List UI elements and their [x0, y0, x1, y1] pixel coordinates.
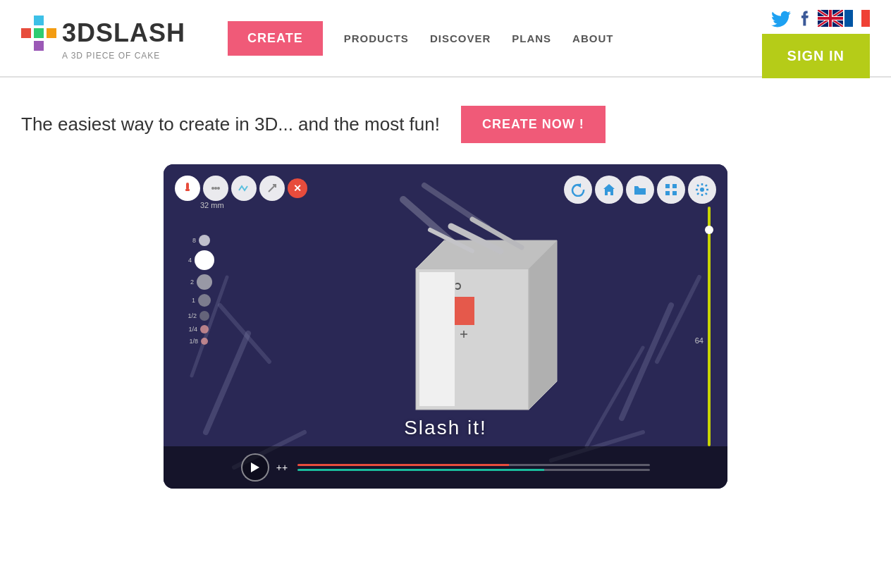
- size-dot-2[interactable]: [197, 274, 212, 290]
- slash-it-text: Slash it!: [404, 417, 487, 439]
- svg-line-12: [622, 305, 671, 418]
- size-dot-4[interactable]: [195, 250, 214, 270]
- svg-rect-1: [34, 16, 44, 25]
- size-row-half: 1/2: [180, 311, 209, 321]
- svg-rect-4: [34, 41, 44, 51]
- uk-flag-icon[interactable]: [818, 10, 843, 27]
- tool-grid-button[interactable]: [657, 176, 685, 204]
- svg-point-41: [700, 188, 704, 192]
- svg-line-10: [220, 305, 269, 362]
- 3d-box: ↄ: [374, 212, 613, 441]
- logo-tagline: A 3D PIECE OF CAKE: [62, 51, 160, 61]
- logo-area: 3DSLASH A 3D PIECE OF CAKE: [21, 16, 185, 61]
- tool-back-button[interactable]: [564, 176, 592, 204]
- right-slider[interactable]: 64: [703, 207, 715, 446]
- size-row-4: 4: [175, 250, 214, 270]
- header: 3DSLASH A 3D PIECE OF CAKE CREATE PRODUC…: [0, 0, 891, 78]
- svg-rect-3: [47, 28, 56, 38]
- tagline-row: The easiest way to create in 3D... and t…: [21, 106, 870, 143]
- svg-line-9: [206, 333, 248, 432]
- svg-rect-8: [861, 10, 870, 27]
- tool-paint-button[interactable]: [175, 176, 200, 201]
- france-flag-icon[interactable]: [844, 10, 870, 27]
- size-dot-1[interactable]: [198, 294, 211, 307]
- tool-settings-button[interactable]: [688, 176, 716, 204]
- size-row-eighth: 1/8: [181, 338, 208, 345]
- twitter-icon[interactable]: [770, 10, 792, 28]
- main-content: The easiest way to create in 3D... and t…: [0, 78, 891, 510]
- svg-line-13: [657, 277, 699, 362]
- svg-point-33: [214, 187, 217, 190]
- 3d-scene: ↄ: [164, 164, 727, 489]
- size-row-2: 2: [177, 274, 212, 290]
- logo-name: 3DSLASH: [62, 18, 185, 48]
- size-dot-quarter[interactable]: [200, 325, 209, 333]
- svg-rect-40: [672, 191, 677, 195]
- svg-rect-0: [21, 28, 31, 38]
- slider-track: [708, 207, 711, 446]
- size-dot-8[interactable]: [199, 235, 210, 246]
- timeline-container: [297, 464, 650, 471]
- svg-rect-20: [419, 272, 455, 406]
- tool-home-button[interactable]: [595, 176, 623, 204]
- timeline-track-teal[interactable]: [297, 469, 650, 471]
- svg-rect-7: [853, 10, 861, 27]
- svg-point-32: [211, 187, 214, 190]
- social-icons: [770, 0, 870, 34]
- svg-text:ↄ: ↄ: [455, 278, 462, 293]
- slider-value: 64: [695, 336, 703, 345]
- svg-marker-36: [603, 184, 615, 195]
- size-dot-half[interactable]: [199, 311, 209, 321]
- svg-rect-6: [844, 10, 853, 27]
- plus-plus-label: ++: [276, 462, 288, 473]
- svg-rect-30: [186, 183, 189, 190]
- signin-button[interactable]: SIGN IN: [762, 34, 870, 78]
- logo-text: 3DSLASH: [21, 16, 185, 51]
- main-nav: CREATE PRODUCTS DISCOVER PLANS ABOUT: [228, 21, 613, 56]
- svg-rect-39: [665, 191, 670, 195]
- tool-folder-button[interactable]: [626, 176, 654, 204]
- header-right: SIGN IN: [762, 0, 870, 78]
- svg-marker-42: [251, 463, 259, 472]
- plans-nav-link[interactable]: PLANS: [512, 32, 551, 44]
- slider-handle[interactable]: [705, 226, 713, 234]
- svg-rect-2: [34, 28, 44, 38]
- tool-close-button[interactable]: ✕: [288, 178, 307, 198]
- svg-marker-23: [529, 240, 557, 410]
- create-nav-button[interactable]: CREATE: [228, 21, 323, 56]
- toolbar-top-left: ✕: [175, 176, 307, 201]
- logo-icon: [21, 16, 56, 51]
- create-now-button[interactable]: CREATE NOW !: [461, 106, 606, 143]
- facebook-icon[interactable]: [794, 10, 816, 28]
- about-nav-link[interactable]: ABOUT: [572, 32, 613, 44]
- svg-rect-38: [672, 184, 677, 188]
- size-row-quarter: 1/4: [180, 325, 209, 333]
- bottom-playback-bar: ++: [164, 446, 727, 489]
- tool-dots-button[interactable]: [203, 176, 228, 201]
- tagline-text: The easiest way to create in 3D... and t…: [21, 114, 440, 135]
- svg-rect-21: [455, 297, 474, 325]
- size-dot-eighth[interactable]: [201, 338, 208, 345]
- size-row-1: 1: [178, 294, 211, 307]
- svg-rect-31: [185, 189, 190, 191]
- svg-rect-37: [665, 184, 670, 188]
- timeline-track-red[interactable]: [297, 464, 650, 466]
- size-label: 32 mm: [200, 201, 224, 209]
- toolbar-top-right: [564, 176, 716, 204]
- discover-nav-link[interactable]: DISCOVER: [430, 32, 491, 44]
- products-nav-link[interactable]: PRODUCTS: [344, 32, 409, 44]
- play-button[interactable]: [241, 453, 269, 482]
- svg-point-34: [217, 187, 220, 190]
- video-container[interactable]: ↄ: [164, 164, 727, 489]
- tool-arrow-button[interactable]: [259, 176, 285, 201]
- size-row-8: 8: [179, 235, 210, 246]
- tool-zigzag-button[interactable]: [231, 176, 257, 201]
- size-selector: 8 4 2 1 1/2: [175, 235, 214, 345]
